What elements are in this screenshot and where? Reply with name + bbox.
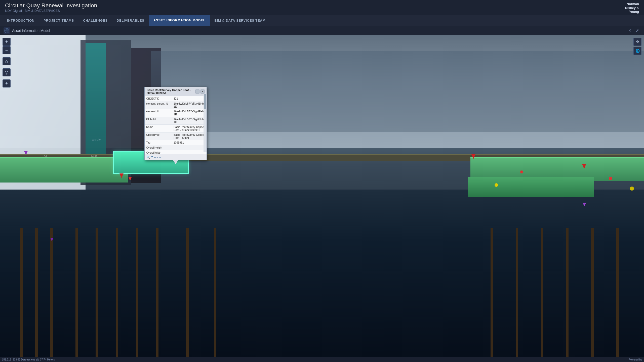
settings-button[interactable]: ⚙ bbox=[633, 38, 641, 46]
property-value: Basic Roof:Survey Copper Roof - 30mm:109… bbox=[172, 125, 207, 132]
globe-button[interactable]: 🌐 bbox=[633, 47, 641, 55]
popup-controls: — ✕ bbox=[195, 89, 205, 94]
sub-bar-label: Asset Information Model bbox=[12, 29, 50, 33]
status-bar: 151.216 -33.867 Degrees eye alt: 37.74 M… bbox=[0, 357, 644, 362]
sub-bar: Asset Information Model ✕ ⤢ bbox=[0, 26, 644, 35]
coord-label-2: 1350 bbox=[91, 154, 97, 157]
property-value: 1kuHWDdb57YeŜyy61Hbn1E bbox=[172, 101, 207, 109]
zoom-icon: 🔍 bbox=[147, 156, 150, 159]
property-row: ObjectTypeBasic Roof:Survey Copper Roof … bbox=[145, 132, 207, 140]
green-roof-left bbox=[0, 157, 128, 183]
popup-header: Basic Roof:Survey Copper Roof - 30mm:109… bbox=[145, 87, 207, 96]
tab-bim-data-services-team[interactable]: BIM & DATA SERVICES TEAM bbox=[210, 15, 270, 26]
green-roof-right2 bbox=[468, 177, 594, 197]
marker-red-2 bbox=[128, 177, 132, 181]
property-key: Tag bbox=[145, 140, 172, 145]
marker-purple-3 bbox=[583, 203, 586, 206]
property-value bbox=[172, 145, 207, 150]
property-value bbox=[172, 150, 207, 154]
marker-red-cone-2 bbox=[609, 177, 612, 180]
marker-yellow-2 bbox=[630, 187, 634, 191]
ndy-name: Norman bbox=[625, 2, 639, 6]
sub-bar-logo-icon bbox=[4, 27, 10, 34]
marker-red-4 bbox=[520, 170, 523, 173]
popup-dialog: Basic Roof:Survey Copper Roof - 30mm:109… bbox=[144, 87, 207, 160]
property-value: 1kuHWDdb57YeŜyy69Hbn1E bbox=[172, 117, 207, 124]
layers-button[interactable]: + bbox=[3, 79, 11, 87]
popup-title: Basic Roof:Survey Copper Roof - 30mm:109… bbox=[147, 88, 194, 95]
popup-minimize-button[interactable]: — bbox=[195, 89, 199, 94]
property-key: Name bbox=[145, 125, 172, 132]
property-row: element_id1kuHWDdb57YeŜyy69Hbn1E bbox=[145, 109, 207, 117]
nav-bar: INTRODUCTION PROJECT TEAMS CHALLENGES DE… bbox=[0, 15, 644, 26]
tab-challenges[interactable]: CHALLENGES bbox=[78, 15, 112, 26]
popup-scroll-thumb bbox=[204, 94, 206, 109]
tab-asset-information-model[interactable]: ASSET INFORMATION MODEL bbox=[149, 15, 210, 26]
tab-project-teams[interactable]: PROJECT TEAMS bbox=[39, 15, 78, 26]
property-key: GlobalId bbox=[145, 117, 172, 124]
tab-deliverables[interactable]: DELIVERABLES bbox=[112, 15, 149, 26]
property-key: OverallWidth bbox=[145, 150, 172, 154]
header-title-block: Circular Quay Renewal Investigation NDY … bbox=[5, 2, 97, 13]
property-key: OBJECTID bbox=[145, 96, 172, 101]
popup-property-list[interactable]: OBJECTID321element_parent_id1kuHWDdb57Ye… bbox=[145, 96, 207, 154]
marker-red-cone-1 bbox=[582, 164, 586, 169]
buildings-layer: 143 1350 Wsiblein bbox=[0, 35, 644, 357]
pier-columns bbox=[0, 228, 644, 357]
marker-yellow-1 bbox=[495, 183, 498, 187]
property-row: element_parent_id1kuHWDdb57YeŜyy61Hbn1E bbox=[145, 101, 207, 109]
tab-introduction[interactable]: INTRODUCTION bbox=[3, 15, 39, 26]
zoom-out-button[interactable]: − bbox=[3, 46, 11, 54]
property-row: OBJECTID321 bbox=[145, 96, 207, 101]
property-row: Tag1099951 bbox=[145, 140, 207, 145]
marker-purple-2 bbox=[50, 238, 53, 241]
marker-red-3 bbox=[471, 154, 475, 159]
property-value: Basic Roof:Survey Copper Roof - 30mm bbox=[172, 132, 207, 140]
marker-purple-1 bbox=[24, 151, 28, 155]
marker-red-1 bbox=[119, 173, 124, 178]
property-value: 1099951 bbox=[172, 140, 207, 145]
property-row: OverallWidth bbox=[145, 150, 207, 154]
bg-buildings bbox=[151, 51, 644, 132]
app-subtitle: NDY Digital · BIM & DATA SERVICES bbox=[5, 9, 97, 13]
property-key: element_parent_id bbox=[145, 101, 172, 109]
viewport[interactable]: 143 1350 Wsiblein + − ⌂ ◎ + ⚙ 🌐 Basic Ro… bbox=[0, 35, 644, 357]
status-powered-by: Powered by bbox=[629, 358, 642, 361]
locate-button[interactable]: ◎ bbox=[3, 68, 11, 76]
ndy-name3: Young bbox=[625, 10, 639, 14]
property-key: ObjectType bbox=[145, 132, 172, 140]
property-value: 1kuHWDdb57YeŜyy69Hbn1E bbox=[172, 109, 207, 117]
map-controls: + − ⌂ ◎ + bbox=[3, 38, 11, 87]
popup-arrow bbox=[173, 160, 178, 164]
property-row: NameBasic Roof:Survey Copper Roof - 30mm… bbox=[145, 125, 207, 132]
sub-bar-expand-button[interactable]: ⤢ bbox=[636, 28, 639, 33]
zoom-to-button[interactable]: Zoom to bbox=[151, 156, 161, 159]
ndy-name2: Disney & bbox=[625, 6, 639, 10]
status-coordinates: 151.216 -33.867 Degrees eye alt: 37.74 M… bbox=[2, 358, 55, 361]
ndy-logo-text: Norman Disney & Young bbox=[625, 2, 639, 14]
zoom-in-button[interactable]: + bbox=[3, 38, 11, 46]
structure-label: Wsiblein bbox=[92, 138, 103, 141]
property-row: OverallHeight bbox=[145, 145, 207, 150]
right-controls: ⚙ 🌐 bbox=[633, 38, 641, 55]
property-key: OverallHeight bbox=[145, 145, 172, 150]
app-title: Circular Quay Renewal Investigation bbox=[5, 2, 97, 9]
property-key: element_id bbox=[145, 109, 172, 117]
sub-bar-close-button[interactable]: ✕ bbox=[628, 28, 631, 33]
property-value: 321 bbox=[172, 96, 207, 101]
popup-scrollbar[interactable] bbox=[204, 94, 207, 152]
property-row: GlobalId1kuHWDdb57YeŜyy69Hbn1E bbox=[145, 117, 207, 125]
coord-label-1: 143 bbox=[42, 154, 47, 157]
header: Circular Quay Renewal Investigation NDY … bbox=[0, 0, 644, 15]
popup-footer: 🔍 Zoom to bbox=[145, 154, 207, 160]
home-button[interactable]: ⌂ bbox=[3, 57, 11, 65]
popup-close-button[interactable]: ✕ bbox=[200, 89, 205, 94]
